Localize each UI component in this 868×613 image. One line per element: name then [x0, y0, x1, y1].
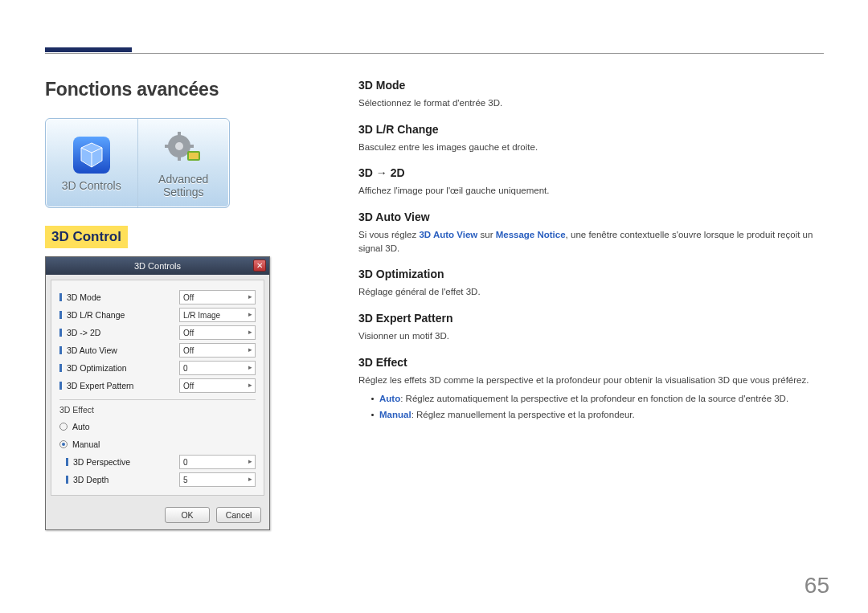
options-body: 3D ModeSélectionnez le format d'entrée 3…: [310, 79, 824, 581]
option-description: Si vous réglez 3D Auto View sur Message …: [358, 228, 824, 255]
svg-rect-10: [189, 153, 199, 159]
option-description: Affichez l'image pour l'œil gauche uniqu…: [358, 184, 824, 198]
setting-row-3d-depth: 3D Depth5▸: [59, 471, 256, 488]
option-heading: 3D → 2D: [358, 166, 824, 179]
setting-row-3d-mode: 3D ModeOff▸: [59, 288, 256, 306]
select-3d-expert-pattern[interactable]: Off▸: [179, 378, 256, 393]
dialog-title: 3D Controls: [134, 261, 181, 271]
option-heading: 3D Expert Pattern: [358, 312, 824, 325]
cancel-button[interactable]: Cancel: [216, 507, 261, 523]
option-bullet: Manual: Réglez manuellement la perspecti…: [379, 407, 824, 423]
option-bullet: Auto: Réglez automatiquement la perspect…: [379, 391, 824, 407]
chevron-right-icon: ▸: [248, 381, 252, 389]
radio-icon: [59, 423, 68, 431]
radio-auto[interactable]: Auto: [59, 418, 256, 435]
chevron-right-icon: ▸: [248, 345, 252, 353]
dialog-3d-controls: 3D Controls ✕ 3D ModeOff▸ 3D L/R ChangeL…: [45, 256, 270, 530]
option-heading: 3D Effect: [358, 356, 824, 369]
option-description: Réglage général de l'effet 3D.: [358, 285, 824, 299]
chevron-right-icon: ▸: [248, 363, 252, 371]
option-heading: 3D Auto View: [358, 210, 824, 223]
menu-item-3d-controls[interactable]: 3D Controls: [46, 119, 137, 207]
top-rule-accent: [45, 47, 132, 52]
menu-icon-bar: 3D Controls Advanced Settings: [45, 118, 230, 208]
select-3d-auto-view[interactable]: Off▸: [179, 343, 256, 358]
page-title: Fonctions avancées: [45, 79, 310, 100]
setting-row-3d-to-2d: 3D -> 2DOff▸: [59, 324, 256, 341]
option-bullet-list: Auto: Réglez automatiquement la perspect…: [379, 391, 824, 423]
setting-row-3d-auto-view: 3D Auto ViewOff▸: [59, 341, 256, 359]
chevron-right-icon: ▸: [248, 457, 252, 465]
top-rule: [45, 53, 824, 54]
group-label: 3D Effect: [59, 399, 256, 415]
svg-point-4: [175, 142, 183, 150]
select-3d-lr-change[interactable]: L/R Image▸: [179, 308, 256, 322]
cube-3d-icon: [71, 134, 113, 176]
ok-button[interactable]: OK: [165, 507, 210, 523]
option-heading: 3D Optimization: [358, 268, 824, 280]
page-number: 65: [805, 573, 829, 599]
select-3d-mode[interactable]: Off▸: [179, 290, 256, 304]
option-heading: 3D L/R Change: [358, 123, 824, 136]
setting-row-3d-expert-pattern: 3D Expert PatternOff▸: [59, 377, 256, 394]
stepper-3d-perspective[interactable]: 0▸: [179, 455, 256, 469]
svg-rect-6: [178, 156, 181, 161]
option-description: Basculez entre les images gauche et droi…: [358, 141, 824, 154]
radio-manual[interactable]: Manual: [59, 435, 256, 453]
setting-row-3d-optimization: 3D Optimization0▸: [59, 359, 256, 377]
setting-row-3d-perspective: 3D Perspective0▸: [59, 453, 256, 471]
svg-rect-7: [165, 145, 170, 148]
option-description: Sélectionnez le format d'entrée 3D.: [358, 96, 824, 110]
chevron-right-icon: ▸: [248, 475, 252, 483]
option-heading: 3D Mode: [358, 79, 824, 92]
menu-item-advanced-settings[interactable]: Advanced Settings: [137, 119, 230, 207]
svg-rect-5: [178, 132, 181, 137]
option-description: Réglez les effets 3D comme la perspectiv…: [358, 374, 824, 387]
menu-item-label: Advanced Settings: [158, 173, 208, 198]
menu-item-label: 3D Controls: [62, 179, 121, 192]
chevron-right-icon: ▸: [248, 292, 252, 300]
setting-row-3d-lr-change: 3D L/R ChangeL/R Image▸: [59, 306, 256, 324]
stepper-3d-depth[interactable]: 5▸: [179, 472, 256, 487]
chevron-right-icon: ▸: [248, 310, 252, 318]
stepper-3d-optimization[interactable]: 0▸: [179, 361, 256, 375]
section-heading: 3D Control: [45, 226, 128, 248]
select-3d-to-2d[interactable]: Off▸: [179, 325, 256, 340]
gear-icon: [162, 128, 204, 170]
radio-icon: [59, 440, 68, 448]
dialog-titlebar[interactable]: 3D Controls ✕: [46, 257, 269, 275]
option-description: Visionner un motif 3D.: [358, 329, 824, 343]
close-icon[interactable]: ✕: [253, 260, 266, 272]
svg-rect-8: [189, 145, 194, 148]
chevron-right-icon: ▸: [248, 328, 252, 336]
